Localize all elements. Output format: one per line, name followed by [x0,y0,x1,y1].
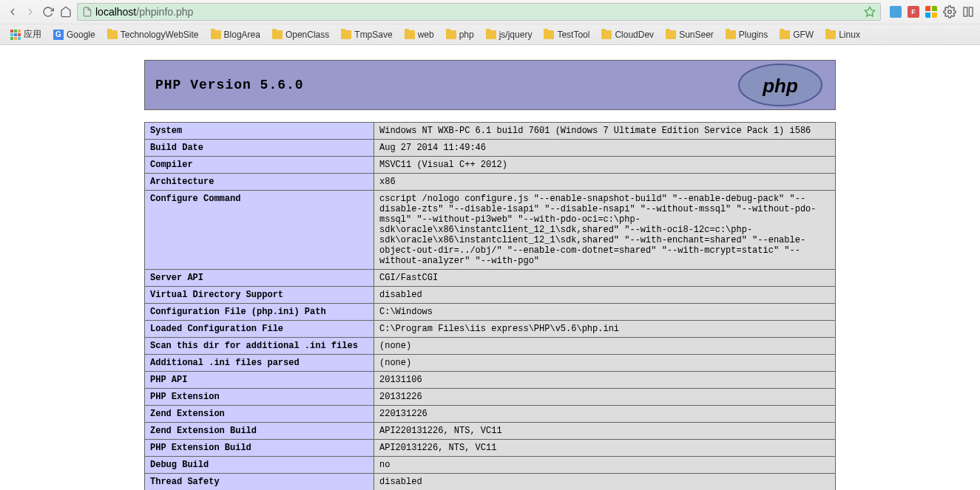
config-value: Aug 27 2014 11:49:46 [374,140,836,157]
table-row: Virtual Directory Supportdisabled [145,287,836,304]
config-key: PHP Extension Build [145,440,374,457]
config-value: API220131226, NTS, VC11 [374,423,836,440]
bookmark-item[interactable]: TestTool [539,28,594,41]
extension-icon[interactable] [890,6,902,18]
bookmark-item[interactable]: js/jquery [481,28,537,41]
bookmark-item[interactable]: CloudDev [597,28,658,41]
back-button[interactable] [6,5,19,18]
bookmark-item[interactable]: php [442,28,479,41]
config-value: disabled [374,287,836,304]
config-key: System [145,123,374,140]
config-value: (none) [374,355,836,372]
table-row: Thread Safetydisabled [145,474,836,491]
bookmark-label: php [459,30,474,40]
config-value: C:\Program Files\iis express\PHP\v5.6\ph… [374,321,836,338]
table-row: Loaded Configuration FileC:\Program File… [145,321,836,338]
bookmark-item[interactable]: web [400,28,439,41]
page-content: PHP Version 5.6.0 php SystemWindows NT W… [0,45,980,490]
page-icon [82,7,92,17]
config-key: Debug Build [145,457,374,474]
config-key: Thread Safety [145,474,374,491]
bookmark-label: GFW [793,30,814,40]
svg-point-1 [948,10,952,14]
config-key: Configuration File (php.ini) Path [145,304,374,321]
folder-icon [341,30,351,39]
table-row: Debug Buildno [145,457,836,474]
config-value: API20131226, NTS, VC11 [374,440,836,457]
config-value: 220131226 [374,406,836,423]
config-key: Zend Extension Build [145,423,374,440]
config-key: Loaded Configuration File [145,321,374,338]
table-row: Zend Extension220131226 [145,406,836,423]
bookmark-item[interactable]: GFW [775,28,818,41]
phpinfo-header: PHP Version 5.6.0 php [144,60,836,110]
config-key: Compiler [145,157,374,174]
svg-text:php: php [762,75,798,97]
bookmark-item[interactable]: Linux [821,28,865,41]
table-row: Scan this dir for additional .ini files(… [145,338,836,355]
phpinfo-container: PHP Version 5.6.0 php SystemWindows NT W… [144,60,836,490]
config-value: CGI/FastCGI [374,270,836,287]
folder-icon [446,30,456,39]
config-key: Configure Command [145,191,374,270]
svg-rect-3 [969,7,973,16]
bookmark-label: TechnologyWebSite [121,30,199,40]
svg-marker-0 [865,7,874,16]
bookmark-item[interactable]: TechnologyWebSite [103,28,203,41]
bookmark-bar: 应用GGoogleTechnologyWebSiteBlogAreaOpenCl… [0,24,980,44]
table-row: Build DateAug 27 2014 11:49:46 [145,140,836,157]
table-row: SystemWindows NT WXB-PC 6.1 build 7601 (… [145,123,836,140]
bookmark-label: Plugins [739,30,768,40]
reload-button[interactable] [41,5,55,18]
gear-icon[interactable] [943,5,956,18]
extension-icon[interactable] [925,6,937,18]
home-button[interactable] [59,5,72,18]
folder-icon [405,30,415,39]
table-row: Server APICGI/FastCGI [145,270,836,287]
bookmark-item[interactable]: GGoogle [49,28,100,41]
extension-icon[interactable]: F [908,6,919,18]
table-row: Configure Commandcscript /nologo configu… [145,191,836,270]
config-value: cscript /nologo configure.js "--enable-s… [374,191,836,270]
php-logo: php [736,63,825,107]
bookmark-label: Google [67,30,95,40]
folder-icon [666,30,676,39]
table-row: PHP Extension BuildAPI20131226, NTS, VC1… [145,440,836,457]
bookmark-star-icon[interactable] [864,6,876,18]
bookmark-item[interactable]: SunSeer [661,28,718,41]
bookmark-item[interactable]: OpenClass [268,28,334,41]
bookmark-label: OpenClass [285,30,329,40]
config-value: x86 [374,174,836,191]
forward-button[interactable] [24,5,37,18]
bookmark-item[interactable]: TmpSave [337,28,396,41]
folder-icon [107,30,118,39]
table-row: PHP API20131106 [145,372,836,389]
config-key: Zend Extension [145,406,374,423]
table-row: CompilerMSVC11 (Visual C++ 2012) [145,157,836,174]
table-row: Configuration File (php.ini) PathC:\Wind… [145,304,836,321]
phpinfo-table: SystemWindows NT WXB-PC 6.1 build 7601 (… [144,122,836,490]
config-key: Scan this dir for additional .ini files [145,338,374,355]
config-value: 20131106 [374,372,836,389]
config-key: Virtual Directory Support [145,287,374,304]
bookmark-item[interactable]: BlogArea [206,28,265,41]
bookmark-item[interactable]: Plugins [721,28,772,41]
config-value: MSVC11 (Visual C++ 2012) [374,157,836,174]
config-value: disabled [374,474,836,491]
config-value: 20131226 [374,389,836,406]
table-row: Architecturex86 [145,174,836,191]
folder-icon [544,30,554,39]
address-bar[interactable]: localhost/phpinfo.php [77,3,881,21]
table-row: Zend Extension BuildAPI220131226, NTS, V… [145,423,836,440]
devtools-icon[interactable] [962,6,974,18]
bookmark-label: Linux [839,30,860,40]
folder-icon [825,30,836,39]
config-value: (none) [374,338,836,355]
navigation-bar: localhost/phpinfo.php F [0,0,980,24]
bookmark-label: CloudDev [615,30,654,40]
bookmark-label: TestTool [557,30,589,40]
bookmark-label: TmpSave [354,30,392,40]
browser-chrome: localhost/phpinfo.php F 应用GGoogleTechnol… [0,0,980,45]
bookmark-item[interactable]: 应用 [6,27,46,42]
bookmark-label: js/jquery [499,30,533,40]
